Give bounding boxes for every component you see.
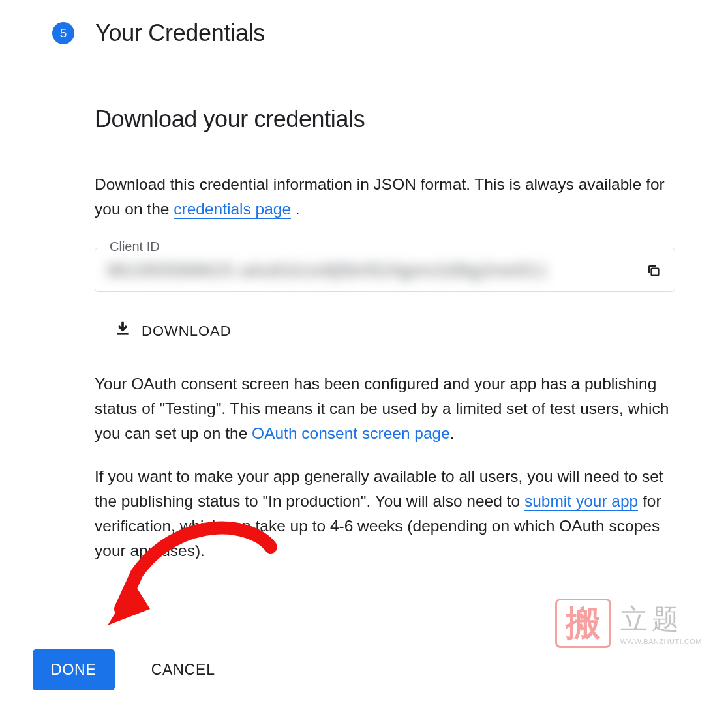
client-id-label: Client ID	[104, 239, 165, 254]
watermark-stamp: 搬	[555, 599, 611, 648]
credentials-page-link[interactable]: credentials page	[174, 200, 291, 219]
step-number-badge: 5	[52, 22, 74, 44]
intro-paragraph: Download this credential information in …	[95, 172, 675, 222]
svg-rect-0	[652, 268, 659, 275]
client-id-field: Client ID 86195558962S a4u81k1e9j5brl524…	[95, 248, 675, 292]
submit-app-link[interactable]: submit your app	[524, 492, 638, 511]
section-heading: Download your credentials	[95, 106, 675, 133]
consent-paragraph: Your OAuth consent screen has been confi…	[95, 372, 675, 446]
download-button[interactable]: DOWNLOAD	[114, 321, 232, 342]
copy-icon[interactable]	[645, 261, 663, 280]
consent-text-suffix: .	[450, 424, 455, 442]
oauth-consent-page-link[interactable]: OAuth consent screen page	[252, 424, 450, 443]
intro-text-suffix: .	[291, 200, 300, 218]
watermark-url: WWW.BANZHUTI.COM	[620, 638, 702, 645]
svg-rect-2	[117, 333, 128, 334]
cancel-button[interactable]: CANCEL	[151, 661, 215, 679]
download-label: DOWNLOAD	[142, 323, 232, 340]
svg-marker-1	[119, 327, 127, 332]
step-header: 5 Your Credentials	[52, 20, 695, 47]
svg-marker-3	[108, 583, 150, 625]
watermark: 搬 立题 WWW.BANZHUTI.COM	[555, 599, 702, 648]
download-icon	[114, 321, 131, 342]
client-id-value: 86195558962S a4u81k1e9j5brl524gmn2d9g2me…	[107, 260, 637, 281]
publish-paragraph: If you want to make your app generally a…	[95, 464, 675, 563]
step-title: Your Credentials	[95, 20, 265, 47]
done-button[interactable]: DONE	[33, 649, 115, 690]
watermark-cn-text: 立题	[620, 601, 702, 638]
action-row: DONE CANCEL	[33, 649, 215, 690]
